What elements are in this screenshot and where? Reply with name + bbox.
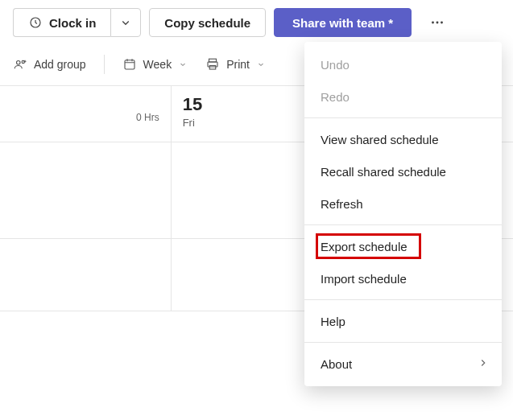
menu-separator: [304, 299, 502, 300]
menu-item-export-schedule[interactable]: Export schedule: [304, 230, 502, 262]
add-group-icon: [13, 57, 27, 72]
chevron-down-icon: [178, 60, 188, 69]
svg-point-3: [441, 22, 443, 24]
menu-separator: [304, 224, 502, 225]
menu-item-view-shared-schedule[interactable]: View shared schedule: [304, 123, 502, 155]
svg-rect-9: [209, 66, 216, 70]
printer-icon: [205, 57, 220, 72]
menu-separator: [304, 117, 502, 118]
more-actions-button[interactable]: [421, 14, 453, 31]
menu-item-redo[interactable]: Redo: [304, 80, 502, 113]
menu-label: View shared schedule: [321, 133, 438, 146]
menu-item-undo[interactable]: Undo: [304, 48, 502, 80]
clock-in-split-button: Clock in: [13, 8, 141, 37]
menu-item-recall-shared-schedule[interactable]: Recall shared schedule: [304, 155, 502, 187]
calendar-icon: [122, 57, 137, 72]
separator: [104, 55, 105, 74]
menu-label: Recall shared schedule: [321, 165, 446, 179]
menu-label: Export schedule: [321, 240, 408, 253]
action-toolbar: Clock in Copy schedule Share with team *: [0, 0, 513, 45]
add-group-label: Add group: [34, 58, 86, 71]
menu-label: Refresh: [321, 197, 363, 211]
menu-separator: [304, 342, 502, 343]
menu-label: Import schedule: [321, 272, 407, 286]
copy-schedule-button[interactable]: Copy schedule: [149, 8, 266, 37]
more-actions-menu: Undo Redo View shared schedule Recall sh…: [304, 42, 502, 386]
menu-label: Undo: [321, 58, 350, 72]
copy-schedule-label: Copy schedule: [164, 16, 250, 30]
svg-point-1: [432, 22, 434, 24]
schedule-cell[interactable]: [0, 142, 172, 238]
chevron-down-icon: [118, 15, 133, 30]
share-with-team-label: Share with team *: [292, 16, 393, 30]
schedule-cell[interactable]: [0, 239, 172, 311]
menu-label: Help: [321, 315, 345, 328]
week-view-selector[interactable]: Week: [122, 57, 188, 72]
add-group-button[interactable]: Add group: [13, 57, 86, 72]
print-button[interactable]: Print: [205, 57, 266, 72]
menu-label: Redo: [321, 90, 350, 104]
clock-in-button[interactable]: Clock in: [13, 8, 110, 37]
menu-item-about[interactable]: About: [304, 348, 502, 380]
share-with-team-button[interactable]: Share with team *: [274, 8, 412, 37]
clock-icon: [28, 15, 43, 30]
clock-in-chevron-button[interactable]: [110, 8, 141, 37]
menu-item-import-schedule[interactable]: Import schedule: [304, 262, 502, 294]
menu-label: About: [321, 357, 352, 371]
menu-item-help[interactable]: Help: [304, 305, 502, 337]
chevron-right-icon: [478, 357, 489, 371]
print-label: Print: [226, 58, 250, 71]
svg-rect-6: [125, 60, 134, 69]
schedule-header-cell: 0 Hrs: [0, 86, 172, 142]
week-view-label: Week: [143, 58, 172, 71]
ellipsis-icon: [428, 14, 446, 31]
clock-in-label: Clock in: [49, 16, 96, 30]
menu-item-refresh[interactable]: Refresh: [304, 187, 502, 220]
svg-point-4: [17, 61, 21, 65]
svg-point-2: [436, 22, 439, 24]
hours-label: 0 Hrs: [11, 112, 159, 123]
chevron-down-icon: [256, 60, 266, 69]
